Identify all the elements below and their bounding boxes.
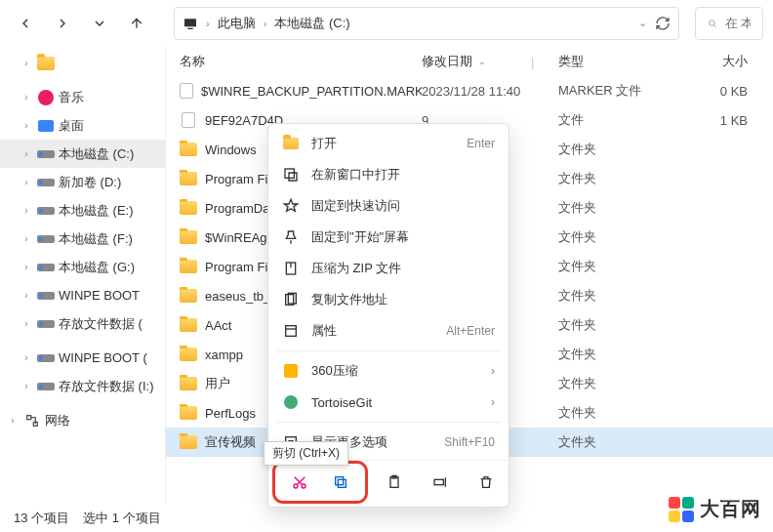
- nav-tree: ››音乐›桌面›本地磁盘 (C:)›新加卷 (D:)›本地磁盘 (E:)›本地磁…: [0, 47, 166, 505]
- tree-item-label: 本地磁盘 (E:): [59, 202, 134, 220]
- pc-icon: [183, 16, 198, 31]
- up-button[interactable]: [121, 8, 152, 39]
- menu-item-accel: Enter: [467, 137, 495, 150]
- folder-icon: [180, 316, 197, 334]
- menu-item-label: 打开: [311, 135, 455, 152]
- zip-icon: [282, 260, 300, 277]
- cut-button[interactable]: [285, 468, 314, 497]
- menu-item[interactable]: 360压缩›: [268, 355, 509, 387]
- back-button[interactable]: [10, 8, 41, 39]
- file-type: 文件夹: [558, 404, 685, 422]
- submenu-icon: ›: [491, 395, 495, 409]
- expand-icon[interactable]: ›: [20, 205, 33, 216]
- tree-item[interactable]: ›: [0, 49, 165, 77]
- context-action-bar: [268, 460, 509, 503]
- menu-item[interactable]: 固定到"开始"屏幕: [268, 222, 509, 253]
- tree-item[interactable]: ›本地磁盘 (F:): [0, 225, 165, 253]
- crumb-drive[interactable]: 本地磁盘 (C:): [274, 15, 349, 32]
- header-date[interactable]: 修改日期⌄|: [422, 53, 558, 70]
- menu-item[interactable]: TortoiseGit›: [268, 387, 509, 418]
- file-type: 文件夹: [558, 346, 685, 363]
- menu-item-label: 固定到"开始"屏幕: [311, 228, 483, 246]
- folder-icon: [180, 170, 197, 187]
- expand-icon[interactable]: ›: [20, 233, 33, 244]
- network-icon: [23, 412, 41, 430]
- menu-item[interactable]: 在新窗口中打开: [268, 159, 509, 190]
- tree-item[interactable]: ›存放文件数据 (I:): [0, 372, 165, 400]
- tree-item[interactable]: ›本地磁盘 (E:): [0, 196, 165, 225]
- disk-icon: [37, 315, 55, 333]
- expand-icon[interactable]: ›: [20, 58, 33, 68]
- expand-icon[interactable]: ›: [20, 290, 33, 301]
- svg-rect-13: [338, 479, 346, 487]
- chevron-down-icon: [92, 16, 107, 31]
- paste-icon: [386, 474, 402, 490]
- expand-icon[interactable]: ›: [20, 381, 33, 391]
- menu-item[interactable]: 打开Enter: [268, 128, 509, 159]
- tree-item[interactable]: ›WINPE BOOT (: [0, 344, 165, 372]
- tree-item[interactable]: ›本地磁盘 (G:): [0, 253, 165, 281]
- header-name[interactable]: 名称: [180, 53, 422, 70]
- expand-icon[interactable]: ›: [6, 415, 20, 426]
- tree-item[interactable]: ›音乐: [0, 83, 165, 111]
- tree-item-label: 存放文件数据 (I:): [59, 378, 154, 395]
- expand-icon[interactable]: ›: [20, 148, 33, 159]
- header-type[interactable]: 类型: [558, 53, 685, 70]
- menu-item-label: 360压缩: [311, 362, 479, 380]
- crumb-pc[interactable]: 此电脑: [218, 15, 256, 32]
- copy-button[interactable]: [326, 468, 355, 497]
- tree-item-label: 存放文件数据 (: [59, 315, 142, 333]
- expand-icon[interactable]: ›: [20, 352, 33, 363]
- menu-item-label: 固定到快速访问: [311, 197, 483, 215]
- delete-button[interactable]: [471, 468, 501, 497]
- paste-button[interactable]: [380, 468, 409, 497]
- file-type: 文件夹: [558, 433, 685, 451]
- tree-item[interactable]: ›网络: [0, 406, 165, 434]
- disk-icon: [37, 259, 55, 276]
- tree-item[interactable]: ›新加卷 (D:): [0, 168, 165, 196]
- status-bar: 13 个项目 选中 1 个项目: [0, 505, 773, 532]
- pinstart-icon: [282, 228, 300, 246]
- expand-icon[interactable]: ›: [20, 177, 33, 187]
- tree-item[interactable]: ›桌面: [0, 111, 165, 140]
- tree-item[interactable]: ›本地磁盘 (C:): [0, 140, 165, 168]
- expand-icon[interactable]: ›: [20, 92, 33, 102]
- trash-icon: [478, 474, 494, 490]
- expand-icon[interactable]: ›: [20, 262, 33, 272]
- menu-item-label: 在新窗口中打开: [311, 166, 483, 184]
- menu-item-accel: Alt+Enter: [446, 324, 495, 338]
- tree-item[interactable]: ›WINPE BOOT: [0, 281, 165, 309]
- search-box[interactable]: [695, 7, 763, 40]
- disk-icon: [37, 145, 55, 163]
- watermark: 大百网: [669, 496, 761, 522]
- menu-item[interactable]: 压缩为 ZIP 文件: [268, 253, 509, 284]
- search-input[interactable]: [725, 16, 751, 30]
- file-icon: [180, 82, 193, 100]
- address-bar[interactable]: › 此电脑 › 本地磁盘 (C:) ⌄: [174, 7, 679, 40]
- recent-button[interactable]: [84, 8, 115, 39]
- expand-icon[interactable]: ›: [20, 318, 33, 329]
- search-icon: [708, 16, 717, 31]
- menu-item[interactable]: 属性Alt+Enter: [268, 315, 509, 347]
- disk-icon: [37, 378, 55, 395]
- column-headers: 名称 修改日期⌄| 类型 大小: [166, 47, 773, 76]
- svg-rect-17: [434, 479, 443, 484]
- menu-item[interactable]: 复制文件地址: [268, 284, 509, 315]
- tree-item-label: 本地磁盘 (G:): [59, 259, 135, 276]
- file-type: 文件: [558, 111, 685, 129]
- folder-icon: [180, 404, 197, 422]
- tree-item[interactable]: ›存放文件数据 (: [0, 309, 165, 338]
- rename-button[interactable]: [426, 468, 455, 497]
- menu-item[interactable]: 固定到快速访问: [268, 190, 509, 222]
- expand-icon[interactable]: ›: [20, 120, 33, 131]
- folder-icon: [180, 433, 197, 451]
- cut-highlight: [277, 466, 363, 499]
- newwin-icon: [282, 166, 300, 184]
- disk-icon: [37, 202, 55, 220]
- arrow-left-icon: [18, 16, 33, 31]
- refresh-icon[interactable]: [655, 16, 671, 31]
- header-size[interactable]: 大小: [685, 53, 763, 70]
- chevron-down-icon[interactable]: ⌄: [638, 17, 647, 29]
- file-row[interactable]: $WINRE_BACKUP_PARTITION.MARKER2023/11/28…: [166, 76, 773, 105]
- forward-button[interactable]: [47, 8, 78, 39]
